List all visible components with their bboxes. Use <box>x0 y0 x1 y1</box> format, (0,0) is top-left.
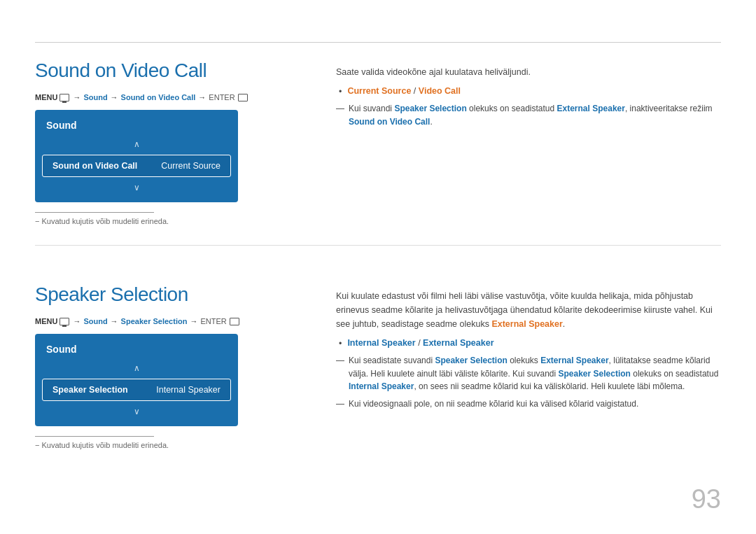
menu-widget-1: Sound ∧ Sound on Video Call Current Sour… <box>35 110 238 202</box>
s2-note1-h1: Speaker Selection <box>435 356 507 365</box>
note2-content: Kui seadistate suvandi Speaker Selection… <box>349 354 721 393</box>
page-number: 93 <box>692 484 721 514</box>
note1-period: . <box>430 117 432 127</box>
s2-note1-h2: External Speaker <box>540 356 608 365</box>
section-speaker-selection: Speaker Selection MENU → Sound → Speaker… <box>35 269 721 449</box>
s2-note1-h4: Internal Speaker <box>349 381 414 391</box>
top-divider <box>35 42 721 43</box>
nav-arrow-1b: → <box>111 93 118 101</box>
bullet-dot-1: • <box>339 87 342 97</box>
nav-arrow-1c: → <box>198 93 206 101</box>
section-sound-on-video-call: Sound on Video Call MENU → Sound → Sound… <box>35 45 721 225</box>
section1-bullets: • Current Source / Video Call <box>336 86 721 97</box>
footnote-2: − Kuvatud kujutis võib mudeliti erineda. <box>35 441 280 449</box>
s2-bullet1-sep: / <box>416 338 423 348</box>
widget2-title: Sound <box>35 341 238 360</box>
nav-speakersel-2: Speaker Selection <box>121 317 188 325</box>
nav-sound-2: Sound <box>83 317 107 325</box>
note-dash-3: ― <box>336 398 344 411</box>
section1-nav: MENU → Sound → Sound on Video Call → ENT… <box>35 93 280 101</box>
nav-menu-icon-1 <box>59 94 69 101</box>
note-dash-2: ― <box>336 354 344 367</box>
widget2-row: Speaker Selection Internal Speaker <box>42 379 231 401</box>
section2-desc-period: . <box>563 319 565 329</box>
nav-sovideocall-1: Sound on Video Call <box>121 93 196 101</box>
note1-highlight3: Sound on Video Call <box>349 117 430 127</box>
footnote-divider-1 <box>35 212 154 213</box>
s2-note1-end3: , on sees nii seadme kõlarid kui ka väli… <box>414 381 685 391</box>
bullet1-text2: Video Call <box>419 86 461 96</box>
note1-highlight1: Speaker Selection <box>394 104 466 113</box>
nav-sound-1: Sound <box>83 93 107 101</box>
section1-desc: Saate valida videokõne ajal kuulatava he… <box>336 65 721 79</box>
page-container: Sound on Video Call MENU → Sound → Sound… <box>0 0 756 534</box>
section2-nav: MENU → Sound → Speaker Selection → ENTER <box>35 317 280 325</box>
footnote-divider-2 <box>35 436 154 437</box>
note2-text: Kui videosignaali pole, on nii seadme kõ… <box>349 398 638 411</box>
nav-enter-1: ENTER <box>209 93 234 101</box>
section2-bullets: • Internal Speaker / External Speaker <box>336 338 721 349</box>
section2-bullet-1: • Internal Speaker / External Speaker <box>339 338 721 349</box>
s2-note1-mid: olekuks <box>507 356 540 365</box>
nav-menu-2: MENU <box>35 317 57 325</box>
section2-desc-highlight: External Speaker <box>491 319 562 329</box>
footnote-text-1: Kuvatud kujutis võib mudeliti erineda. <box>41 217 169 225</box>
widget1-row: Sound on Video Call Current Source <box>42 155 231 177</box>
right-col-2: Kui kuulate edastust või filmi heli läbi… <box>294 283 721 449</box>
widget2-row-right: Internal Speaker <box>156 385 220 395</box>
nav-arrow-1a: → <box>73 93 80 101</box>
nav-enter-icon-2 <box>230 318 239 325</box>
section1-bullet-1: • Current Source / Video Call <box>339 86 721 97</box>
widget2-down-arrow: ∨ <box>35 404 238 419</box>
nav-arrow-2a: → <box>73 317 80 325</box>
right-col-1: Saate valida videokõne ajal kuulatava he… <box>294 59 721 225</box>
section2-note-2: ― Kui videosignaali pole, on nii seadme … <box>336 398 721 411</box>
section1-title: Sound on Video Call <box>35 59 280 82</box>
nav-arrow-2c: → <box>190 317 197 325</box>
s2-bullet1-text2: External Speaker <box>423 338 493 348</box>
widget1-title: Sound <box>35 117 238 136</box>
widget2-row-left: Speaker Selection <box>52 385 128 395</box>
menu-widget-2: Sound ∧ Speaker Selection Internal Speak… <box>35 334 238 426</box>
s2-bullet1-text1: Internal Speaker <box>347 338 415 348</box>
widget1-down-arrow: ∨ <box>35 180 238 195</box>
section1-note-1: ― Kui suvandi Speaker Selection olekuks … <box>336 102 721 128</box>
footnote-text-2: Kuvatud kujutis võib mudeliti erineda. <box>41 441 169 449</box>
note1-content: Kui suvandi Speaker Selection olekuks on… <box>349 102 721 128</box>
nav-menu-1: MENU <box>35 93 57 101</box>
nav-menu-icon-2 <box>59 318 69 325</box>
widget1-row-right: Current Source <box>161 161 220 171</box>
left-col-1: Sound on Video Call MENU → Sound → Sound… <box>35 59 294 225</box>
footnote-1: − Kuvatud kujutis võib mudeliti erineda. <box>35 217 280 225</box>
widget1-row-left: Sound on Video Call <box>52 161 137 171</box>
bullet-dot-2: • <box>339 339 342 349</box>
section2-desc: Kui kuulate edastust või filmi heli läbi… <box>336 289 721 331</box>
note1-middle: olekuks on seadistatud <box>467 104 557 113</box>
note1-end: , inaktiveeritakse režiim <box>625 104 713 113</box>
note-dash-1: ― <box>336 102 344 115</box>
left-col-2: Speaker Selection MENU → Sound → Speaker… <box>35 283 294 449</box>
nav-enter-icon-1 <box>238 94 248 101</box>
nav-enter-2: ENTER <box>200 317 226 325</box>
s2-note1-end2: olekuks on seadistatud <box>631 369 718 379</box>
note1-highlight2: External Speaker <box>557 104 625 113</box>
nav-arrow-2b: → <box>111 317 118 325</box>
note1-prefix: Kui suvandi <box>349 104 394 113</box>
s2-note1-prefix: Kui seadistate suvandi <box>349 356 435 365</box>
widget1-up-arrow: ∧ <box>35 136 238 152</box>
section2-note-1: ― Kui seadistate suvandi Speaker Selecti… <box>336 354 721 393</box>
section2-title: Speaker Selection <box>35 283 280 306</box>
bullet1-text1: Current Source <box>347 86 411 96</box>
s2-note1-h3: Speaker Selection <box>559 369 631 379</box>
section-separator <box>35 245 721 246</box>
bullet1-sep: / <box>411 86 418 96</box>
widget2-up-arrow: ∧ <box>35 360 238 376</box>
